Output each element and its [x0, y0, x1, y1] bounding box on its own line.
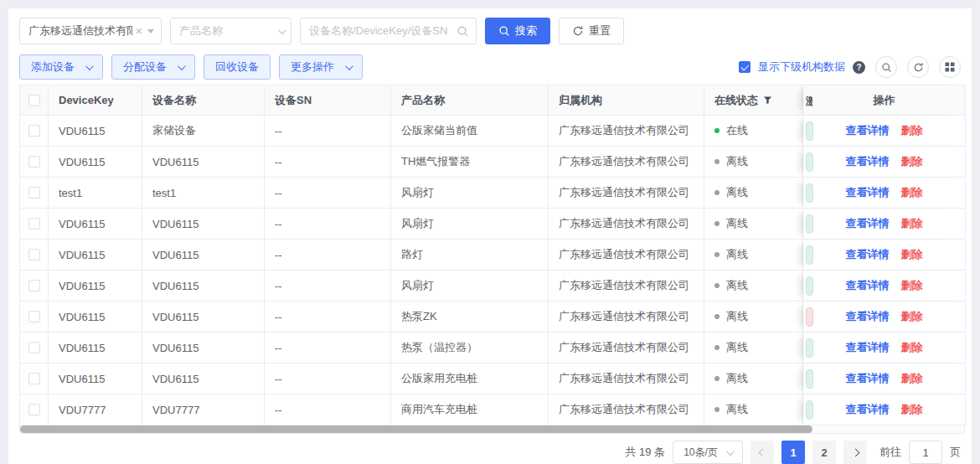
view-detail-link[interactable]: 查看详情 — [846, 216, 890, 231]
cell-device-sn: -- — [265, 240, 391, 271]
delete-link[interactable]: 删除 — [901, 185, 923, 200]
delete-link[interactable]: 删除 — [901, 402, 923, 417]
view-detail-link[interactable]: 查看详情 — [846, 309, 890, 324]
page-size-select[interactable]: 10条/页 — [673, 441, 743, 464]
prev-page-button[interactable] — [750, 441, 774, 464]
cell-actions: 查看详情 删除 — [803, 333, 966, 363]
view-detail-link[interactable]: 查看详情 — [846, 123, 890, 138]
view-detail-link[interactable]: 查看详情 — [846, 247, 890, 262]
cell-device-name: VDU6115 — [142, 302, 265, 333]
row-checkbox[interactable] — [28, 218, 40, 229]
status-text: 离线 — [726, 154, 748, 169]
page-button-1[interactable]: 1 — [781, 441, 805, 464]
row-checkbox[interactable] — [28, 342, 40, 353]
cell-device-key: VDU6115 — [49, 147, 142, 178]
status-dot — [714, 314, 720, 319]
cell-device-key: VDU6115 — [49, 363, 142, 394]
view-detail-link[interactable]: 查看详情 — [846, 154, 890, 169]
status-text: 在线 — [726, 123, 748, 138]
delete-link[interactable]: 删除 — [901, 123, 923, 138]
horizontal-scrollbar-thumb[interactable] — [20, 425, 812, 433]
help-icon[interactable]: ? — [853, 61, 865, 74]
cell-online-status: 在线 — [704, 116, 803, 147]
clear-icon[interactable]: × — [136, 25, 142, 37]
view-detail-link[interactable]: 查看详情 — [846, 185, 890, 200]
cell-org: 广东移远通信技术有限公司 — [549, 209, 704, 240]
delete-link[interactable]: 删除 — [901, 340, 923, 355]
view-detail-link[interactable]: 查看详情 — [846, 340, 890, 355]
cell-actions: 查看详情 删除 — [803, 302, 966, 333]
row-checkbox-cell — [20, 116, 49, 147]
row-checkbox[interactable] — [28, 187, 40, 198]
cell-org: 广东移远通信技术有限公司 — [549, 333, 704, 363]
org-select[interactable]: 广东移远通信技术有限... × — [19, 18, 162, 44]
product-select[interactable]: 产品名称 — [170, 18, 291, 44]
goto-page-input[interactable] — [909, 441, 942, 464]
next-page-button[interactable] — [843, 441, 867, 464]
status-text: 离线 — [726, 247, 748, 262]
cell-product-name: 公版家储当前值 — [391, 116, 549, 147]
column-settings-icon-button[interactable] — [939, 56, 961, 78]
delete-link[interactable]: 删除 — [901, 247, 923, 262]
reset-button[interactable]: 重置 — [559, 18, 624, 44]
zoom-icon-button[interactable] — [875, 56, 897, 78]
row-checkbox-cell — [20, 333, 49, 363]
search-icon — [881, 62, 892, 73]
assign-device-button[interactable]: 分配设备 — [111, 54, 195, 80]
view-detail-link[interactable]: 查看详情 — [846, 371, 890, 386]
search-button[interactable]: 搜索 — [485, 18, 550, 44]
row-checkbox-cell — [20, 209, 49, 240]
horizontal-scrollbar-track[interactable] — [19, 425, 965, 434]
device-search-input[interactable]: 设备名称/DeviceKey/设备SN — [300, 18, 477, 44]
row-checkbox-cell — [20, 302, 49, 333]
show-sub-org-label[interactable]: 显示下级机构数据 — [758, 59, 845, 75]
cell-device-sn: -- — [265, 333, 391, 363]
show-sub-org-checkbox[interactable] — [739, 61, 750, 73]
delete-link[interactable]: 删除 — [901, 371, 923, 386]
delete-link[interactable]: 删除 — [901, 216, 923, 231]
status-text: 离线 — [726, 371, 748, 386]
status-text: 离线 — [726, 278, 748, 293]
cell-product-name: 公版家用充电桩 — [391, 363, 549, 394]
row-checkbox[interactable] — [28, 311, 40, 322]
cell-actions: 查看详情 删除 — [803, 394, 966, 425]
view-detail-link[interactable]: 查看详情 — [846, 402, 890, 417]
select-all-checkbox[interactable] — [28, 95, 40, 106]
recycle-device-button[interactable]: 回收设备 — [204, 54, 271, 80]
row-checkbox[interactable] — [28, 373, 40, 384]
cell-device-key: VDU7777 — [49, 394, 142, 425]
table-body: VDU6115 家储设备 -- 公版家储当前值 广东移远通信技术有限公司 在线 … — [20, 116, 965, 425]
refresh-icon — [572, 25, 584, 37]
row-checkbox[interactable] — [28, 125, 40, 137]
table-row: VDU6115 家储设备 -- 公版家储当前值 广东移远通信技术有限公司 在线 … — [20, 116, 965, 147]
activation-tag — [806, 307, 813, 327]
grid-icon — [945, 62, 955, 72]
filter-funnel-icon[interactable] — [763, 95, 772, 105]
cell-device-sn: -- — [265, 363, 391, 394]
search-icon — [498, 25, 510, 37]
refresh-icon-button[interactable] — [907, 56, 929, 78]
row-checkbox[interactable] — [28, 156, 40, 168]
more-actions-button[interactable]: 更多操作 — [279, 54, 363, 80]
add-device-button[interactable]: 添加设备 — [19, 54, 103, 80]
view-detail-link[interactable]: 查看详情 — [846, 278, 890, 293]
cell-product-name: 热泵ZK — [391, 302, 549, 333]
cell-actions: 查看详情 删除 — [803, 147, 966, 178]
col-header-actions: 激 操作 — [803, 85, 966, 116]
cell-actions: 查看详情 删除 — [803, 240, 966, 271]
page-button-2[interactable]: 2 — [812, 441, 836, 464]
activation-tag — [806, 369, 813, 389]
row-checkbox[interactable] — [28, 249, 40, 260]
row-checkbox[interactable] — [28, 280, 40, 291]
table-row: VDU6115 VDU6115 -- 风扇灯 广东移远通信技术有限公司 离线 查… — [20, 209, 965, 240]
cell-device-key: VDU6115 — [49, 302, 142, 333]
delete-link[interactable]: 删除 — [901, 154, 923, 169]
product-select-placeholder: 产品名称 — [179, 23, 273, 39]
delete-link[interactable]: 删除 — [901, 278, 923, 293]
cell-device-name: VDU6115 — [142, 147, 265, 178]
row-checkbox[interactable] — [28, 404, 40, 415]
delete-link[interactable]: 删除 — [901, 309, 923, 324]
cell-online-status: 离线 — [704, 271, 803, 302]
status-text: 离线 — [726, 340, 748, 355]
table-row: test1 test1 -- 风扇灯 广东移远通信技术有限公司 离线 查看详情 … — [20, 178, 965, 209]
